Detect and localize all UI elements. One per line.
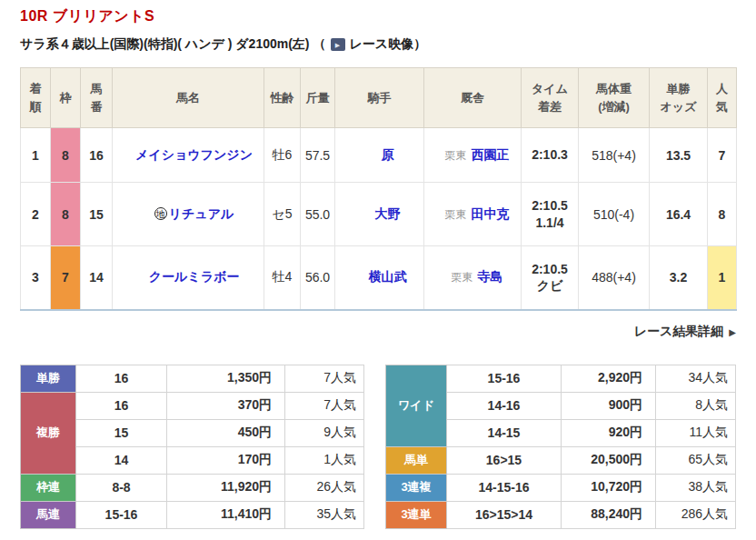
play-glyph: ▶ xyxy=(335,42,340,48)
jockey-link[interactable]: 原 xyxy=(382,147,394,162)
horse-name-link[interactable]: メイショウフンジン xyxy=(135,147,253,162)
time-margin-cell: 2:10.5 クビ xyxy=(522,246,579,310)
waku-cell: 7 xyxy=(51,246,81,310)
payout-combination-cell: 15 xyxy=(76,419,167,446)
payout-popularity-cell: 11人気 xyxy=(656,419,736,446)
rank-cell: 2 xyxy=(21,183,51,246)
results-col-header-5: 斤量 xyxy=(301,68,335,128)
payout-type-header: 3連複 xyxy=(386,474,447,501)
payout-amount-cell: 88,240円 xyxy=(562,501,656,528)
payout-amount-cell: 2,920円 xyxy=(562,365,656,392)
horse-name-cell: 地リチュアル xyxy=(113,183,264,246)
payout-amount-cell: 920円 xyxy=(562,419,656,446)
win-odds-cell: 13.5 xyxy=(650,128,708,183)
horse-name-link[interactable]: クールミラボー xyxy=(149,269,240,284)
payout-popularity-cell: 26人気 xyxy=(285,474,364,501)
payout-combination-cell: 16 xyxy=(76,392,167,419)
horse-name-cell: メイショウフンジン xyxy=(113,128,264,183)
payout-amount-cell: 170円 xyxy=(167,446,285,474)
results-col-header-10: 単勝 オッズ xyxy=(650,68,708,128)
payout-row-複勝-0: 複勝16370円7人気 xyxy=(21,392,364,419)
popularity-cell: 1 xyxy=(708,246,737,310)
play-video-icon[interactable]: ▶ xyxy=(331,38,345,51)
payout-section: 単勝161,350円7人気複勝16370円7人気15450円9人気14170円1… xyxy=(20,365,736,529)
carried-weight-cell: 55.0 xyxy=(301,183,335,246)
jockey-cell: 大野 xyxy=(335,183,424,246)
stable-cell: 栗東田中克 xyxy=(424,183,522,246)
payout-type-header: 3連単 xyxy=(386,501,447,528)
results-col-header-4: 性齢 xyxy=(264,68,301,128)
race-result-page: 10R ブリリアントS サラ系４歳以上(国際)(特指)( ハンデ ) ダ2100… xyxy=(0,0,756,540)
race-conditions-row: サラ系４歳以上(国際)(特指)( ハンデ ) ダ2100m(左) （ ▶ レース… xyxy=(20,36,736,53)
results-header-row: 着 順枠馬 番馬名性齢斤量騎手厩舎タイム 着差馬体重 (増減)単勝 オッズ人 気 xyxy=(21,68,737,128)
sex-age-cell: セ5 xyxy=(264,183,301,246)
payout-popularity-cell: 8人気 xyxy=(656,392,736,419)
payout-type-header: 馬単 xyxy=(386,446,447,474)
payout-table-left: 単勝161,350円7人気複勝16370円7人気15450円9人気14170円1… xyxy=(20,365,364,529)
stable-area-label: 栗東 xyxy=(445,149,467,162)
sex-age-cell: 牡6 xyxy=(264,128,301,183)
horse-number-cell: 16 xyxy=(81,128,113,183)
payout-row-3連複-0: 3連複14-15-1610,720円38人気 xyxy=(386,474,736,501)
jockey-link[interactable]: 大野 xyxy=(375,206,401,221)
payout-row-馬連-0: 馬連15-1611,410円35人気 xyxy=(21,501,364,528)
race-video-link[interactable]: レース映像 xyxy=(350,36,414,53)
race-video-group: （ ▶ レース映像 ） xyxy=(313,36,427,53)
stable-area-label: 栗東 xyxy=(452,271,473,284)
trainer-link[interactable]: 西園正 xyxy=(472,147,510,162)
horse-name-link[interactable]: リチュアル xyxy=(169,206,234,221)
horse-number-cell: 15 xyxy=(81,183,113,246)
payout-type-header: 複勝 xyxy=(21,392,76,474)
payout-combination-cell: 16>15>14 xyxy=(447,501,562,528)
payout-popularity-cell: 35人気 xyxy=(285,501,364,528)
rank-cell: 3 xyxy=(21,246,51,310)
payout-row-単勝-0: 単勝161,350円7人気 xyxy=(21,365,364,392)
payout-combination-cell: 14-15 xyxy=(447,419,562,446)
payout-popularity-cell: 1人気 xyxy=(285,446,364,474)
horse-name-cell: クールミラボー xyxy=(113,246,264,310)
payout-combination-cell: 15-16 xyxy=(447,365,562,392)
race-title: 10R ブリリアントS xyxy=(20,7,736,26)
paren-close: ） xyxy=(413,36,426,53)
detail-link-label: レース結果詳細 xyxy=(634,324,724,338)
trainer-link[interactable]: 田中克 xyxy=(472,206,510,221)
results-col-header-1: 枠 xyxy=(51,68,81,128)
race-results-table: 着 順枠馬 番馬名性齢斤量騎手厩舎タイム 着差馬体重 (増減)単勝 オッズ人 気… xyxy=(20,67,737,311)
arrow-right-icon: ▶ xyxy=(729,327,736,337)
payout-row-馬単-0: 馬単16>1520,500円65人気 xyxy=(386,446,736,474)
payout-row-3連単-0: 3連単16>15>1488,240円286人気 xyxy=(386,501,736,528)
results-col-header-8: タイム 着差 xyxy=(522,68,579,128)
payout-amount-cell: 900円 xyxy=(562,392,656,419)
local-horse-mark-icon: 地 xyxy=(154,207,167,220)
detail-link-row: レース結果詳細▶ xyxy=(20,323,736,340)
stable-cell: 栗東西園正 xyxy=(424,128,522,183)
results-col-header-3: 馬名 xyxy=(113,68,264,128)
stable-cell: 栗東寺島 xyxy=(424,246,522,310)
race-result-detail-link[interactable]: レース結果詳細▶ xyxy=(634,324,736,338)
jockey-link[interactable]: 横山武 xyxy=(369,269,407,284)
payout-amount-cell: 20,500円 xyxy=(562,446,656,474)
payout-row-ワイド-0: ワイド15-162,920円34人気 xyxy=(386,365,736,392)
results-col-header-2: 馬 番 xyxy=(81,68,113,128)
payout-popularity-cell: 7人気 xyxy=(285,392,364,419)
payout-combination-cell: 14-15-16 xyxy=(447,474,562,501)
popularity-cell: 7 xyxy=(708,128,737,183)
payout-combination-cell: 14-16 xyxy=(447,392,562,419)
rank-cell: 1 xyxy=(21,128,51,183)
trainer-link[interactable]: 寺島 xyxy=(478,269,503,284)
payout-combination-cell: 8-8 xyxy=(76,474,167,501)
result-row-1: 1816メイショウフンジン牡657.5原栗東西園正2:10.3518(+4)13… xyxy=(21,128,737,183)
payout-amount-cell: 370円 xyxy=(167,392,285,419)
paren-open: （ xyxy=(313,36,326,53)
jockey-cell: 原 xyxy=(335,128,424,183)
win-odds-cell: 3.2 xyxy=(650,246,708,310)
payout-row-枠連-0: 枠連8-811,920円26人気 xyxy=(21,474,364,501)
payout-popularity-cell: 65人気 xyxy=(656,446,736,474)
payout-amount-cell: 11,410円 xyxy=(167,501,285,528)
carried-weight-cell: 56.0 xyxy=(301,246,335,310)
results-col-header-0: 着 順 xyxy=(21,68,51,128)
body-weight-cell: 488(+4) xyxy=(579,246,650,310)
payout-popularity-cell: 7人気 xyxy=(285,365,364,392)
result-row-2: 2815地リチュアルセ555.0大野栗東田中克2:10.5 1.1/4510(-… xyxy=(21,183,737,246)
payout-amount-cell: 10,720円 xyxy=(562,474,656,501)
